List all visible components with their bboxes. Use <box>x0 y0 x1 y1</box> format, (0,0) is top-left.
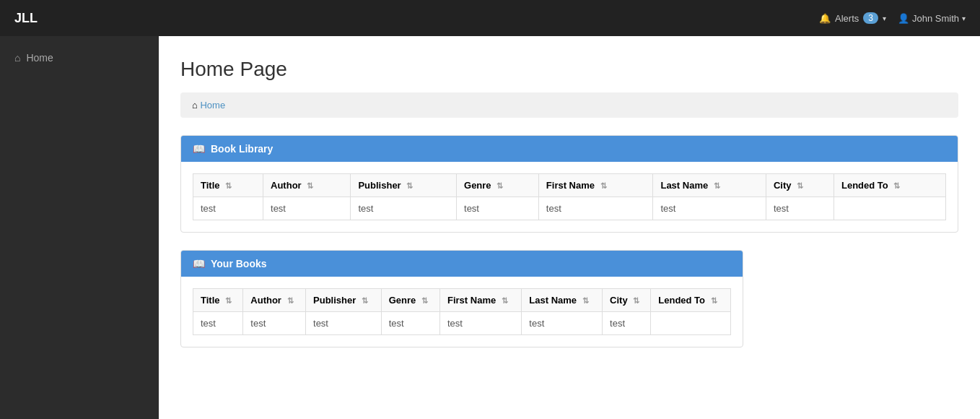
user-menu[interactable]: 👤 John Smith ▾ <box>898 13 966 24</box>
alerts-caret: ▾ <box>883 14 886 22</box>
book-library-panel: 📖 Book Library Title ⇅ Author ⇅ Publishe… <box>180 135 958 233</box>
sort-title-icon: ⇅ <box>225 181 232 191</box>
user-icon: 👤 <box>898 13 909 24</box>
sort-firstname-icon: ⇅ <box>600 181 607 191</box>
navbar-brand: JLL <box>14 11 38 26</box>
your-books-heading: 📖 Your Books <box>181 251 743 277</box>
yb-sort-author-icon: ⇅ <box>287 296 294 306</box>
your-books-table-wrapper: Title ⇅ Author ⇅ Publisher ⇅ Genre ⇅ Fir… <box>181 277 743 347</box>
table-row: testtesttesttesttesttesttest <box>193 197 946 220</box>
alerts-badge: 3 <box>863 12 878 24</box>
yb-sort-lastname-icon: ⇅ <box>582 296 589 306</box>
table-cell: test <box>381 312 439 335</box>
sort-publisher-icon: ⇅ <box>406 181 413 191</box>
yb-sort-city-icon: ⇅ <box>633 296 639 306</box>
bell-icon: 🔔 <box>819 13 831 24</box>
col-title[interactable]: Title ⇅ <box>193 174 263 197</box>
yb-col-title[interactable]: Title ⇅ <box>193 289 243 312</box>
navbar-right: 🔔 Alerts 3 ▾ 👤 John Smith ▾ <box>819 12 966 24</box>
yb-col-author[interactable]: Author ⇅ <box>243 289 306 312</box>
yb-sort-publisher-icon: ⇅ <box>362 296 368 306</box>
sidebar-item-home[interactable]: ⌂ Home <box>0 43 159 72</box>
col-city[interactable]: City ⇅ <box>766 174 834 197</box>
yb-sort-lended-icon: ⇅ <box>711 296 717 306</box>
table-cell: test <box>653 197 766 220</box>
table-cell <box>651 312 731 335</box>
col-firstname[interactable]: First Name ⇅ <box>538 174 653 197</box>
table-cell: test <box>440 312 522 335</box>
yb-col-publisher[interactable]: Publisher ⇅ <box>306 289 382 312</box>
table-cell: test <box>538 197 653 220</box>
col-publisher[interactable]: Publisher ⇅ <box>351 174 457 197</box>
sort-city-icon: ⇅ <box>797 181 803 191</box>
page-title: Home Page <box>180 58 958 81</box>
table-cell: test <box>243 312 306 335</box>
alerts-menu[interactable]: 🔔 Alerts 3 ▾ <box>819 12 886 24</box>
user-caret: ▾ <box>962 14 966 22</box>
yb-sort-title-icon: ⇅ <box>225 296 232 306</box>
yb-col-lastname[interactable]: Last Name ⇅ <box>522 289 603 312</box>
table-cell: test <box>603 312 651 335</box>
navbar: JLL 🔔 Alerts 3 ▾ 👤 John Smith ▾ <box>0 0 980 36</box>
layout: ⌂ Home Home Page ⌂ Home 📖 Book Library T… <box>0 36 980 419</box>
table-cell: test <box>522 312 603 335</box>
your-books-table: Title ⇅ Author ⇅ Publisher ⇅ Genre ⇅ Fir… <box>193 288 731 335</box>
table-cell: test <box>193 197 263 220</box>
table-cell: test <box>766 197 834 220</box>
table-cell <box>834 197 946 220</box>
yb-col-lended-to[interactable]: Lended To ⇅ <box>651 289 731 312</box>
yb-col-genre[interactable]: Genre ⇅ <box>381 289 439 312</box>
breadcrumb-home-link[interactable]: Home <box>200 100 225 111</box>
yb-col-firstname[interactable]: First Name ⇅ <box>440 289 522 312</box>
table-cell: test <box>351 197 457 220</box>
your-books-panel: 📖 Your Books Title ⇅ Author ⇅ Publisher … <box>180 250 743 347</box>
table-cell: test <box>193 312 243 335</box>
table-cell: test <box>263 197 351 220</box>
sort-lended-icon: ⇅ <box>893 181 900 191</box>
your-books-title: Your Books <box>211 258 267 269</box>
col-lended-to[interactable]: Lended To ⇅ <box>834 174 946 197</box>
your-books-icon: 📖 <box>193 258 205 269</box>
user-name: John Smith <box>912 13 959 24</box>
yb-col-city[interactable]: City ⇅ <box>603 289 651 312</box>
col-author[interactable]: Author ⇅ <box>263 174 351 197</box>
book-library-icon: 📖 <box>193 143 205 155</box>
breadcrumb-home-icon: ⌂ <box>192 100 198 111</box>
sort-author-icon: ⇅ <box>307 181 313 191</box>
book-library-title: Book Library <box>211 143 273 155</box>
table-cell: test <box>306 312 382 335</box>
sidebar: ⌂ Home <box>0 36 159 419</box>
col-lastname[interactable]: Last Name ⇅ <box>653 174 766 197</box>
yb-sort-genre-icon: ⇅ <box>421 296 428 306</box>
yb-sort-firstname-icon: ⇅ <box>502 296 508 306</box>
col-genre[interactable]: Genre ⇅ <box>457 174 539 197</box>
sort-genre-icon: ⇅ <box>496 181 503 191</box>
main-content: Home Page ⌂ Home 📖 Book Library Title ⇅ … <box>159 36 980 419</box>
table-row: testtesttesttesttesttesttest <box>193 312 731 335</box>
table-cell: test <box>457 197 539 220</box>
sidebar-item-home-label: Home <box>26 52 53 64</box>
alerts-label: Alerts <box>835 13 859 24</box>
book-library-heading: 📖 Book Library <box>181 136 958 162</box>
home-icon: ⌂ <box>14 52 20 64</box>
breadcrumb: ⌂ Home <box>180 92 958 118</box>
book-library-table: Title ⇅ Author ⇅ Publisher ⇅ Genre ⇅ Fir… <box>193 173 946 220</box>
sort-lastname-icon: ⇅ <box>714 181 720 191</box>
book-library-table-wrapper: Title ⇅ Author ⇅ Publisher ⇅ Genre ⇅ Fir… <box>181 162 958 232</box>
